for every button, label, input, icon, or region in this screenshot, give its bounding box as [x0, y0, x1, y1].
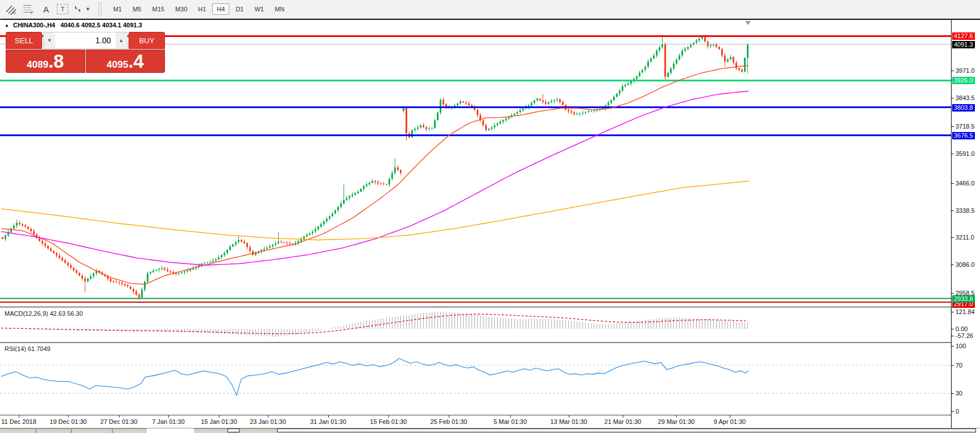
volume-spinner: ▼ 1.00 ▲ [43, 32, 127, 49]
price-axis-label: 0 [956, 408, 959, 415]
strip-divider [112, 428, 113, 433]
price-axis[interactable]: 4127.64091.33971.03926.03843.53803.83718… [951, 20, 980, 428]
price-badge: 4091.3 [952, 41, 975, 48]
axis-tick [952, 154, 954, 154]
axis-tick [952, 126, 954, 127]
collapse-arrow-icon[interactable]: ▲ [5, 23, 9, 28]
time-axis-label: 23 Jan 01:30 [250, 418, 286, 425]
timeframe-button-m30[interactable]: M30 [171, 3, 192, 15]
arrows-tool-icon[interactable]: ▼ [72, 2, 90, 16]
timeframe-button-mn[interactable]: MN [270, 3, 289, 15]
time-tick [19, 415, 19, 418]
timeframe-button-m15[interactable]: M15 [147, 3, 168, 15]
sell-tab[interactable]: SELL [6, 32, 42, 49]
axis-tick [952, 329, 954, 329]
price-axis-label: 3843.5 [956, 94, 975, 101]
sell-price-button[interactable]: 4089 .8 [6, 50, 85, 73]
price-axis-label: -57.26 [956, 332, 973, 339]
ma-slow [1, 181, 749, 240]
chart-shift-marker-icon [745, 21, 751, 25]
price-axis-label: 30 [956, 390, 962, 397]
time-axis-label: 27 Dec 01:30 [100, 418, 137, 425]
price-badge: 3803.8 [952, 104, 975, 112]
timeframe-button-h4[interactable]: H4 [212, 3, 229, 15]
price-axis-label: 70 [956, 362, 962, 369]
time-axis-label: 11 Dec 2018 [1, 418, 36, 425]
time-axis-label: 13 Mar 01:30 [551, 418, 588, 425]
rsi-chart [0, 343, 951, 415]
buy-price-frac: .4 [128, 51, 144, 72]
axis-tick [952, 346, 954, 347]
axis-tick [952, 336, 954, 336]
toolbar-separator [98, 2, 101, 16]
timeframe-button-w1[interactable]: W1 [250, 3, 268, 15]
time-tick [569, 415, 569, 418]
label-tool-icon[interactable]: T [57, 4, 68, 14]
background-windows-strip [0, 428, 980, 433]
channels-tool-icon[interactable]: E [4, 2, 18, 16]
time-tick [68, 415, 69, 418]
symbol-period-label: CHINA300-,H4 [13, 22, 55, 28]
time-axis-label: 9 Apr 01:30 [714, 418, 746, 425]
buy-tab[interactable]: BUY [129, 32, 165, 49]
sell-price-main: 4089 [27, 55, 48, 75]
time-tick [219, 415, 220, 418]
dropdown-caret-icon[interactable]: ▼ [85, 6, 90, 12]
time-axis-label: 7 Jan 01:30 [152, 418, 185, 425]
price-axis-label: 100 [956, 343, 966, 349]
axis-tick [952, 98, 954, 98]
timeframe-button-m5[interactable]: M5 [128, 3, 146, 15]
price-badge: 2933.8 [952, 295, 975, 303]
background-window-edge[interactable] [277, 428, 976, 432]
macd-label: MACD(12,26,9) 42.63 56.30 [5, 310, 83, 317]
volume-up-button[interactable]: ▲ [115, 32, 127, 48]
toolbar: E F A T ▼ M1M5M15M30H1H4D1W1MN [0, 0, 980, 19]
price-axis-label: 3211.0 [956, 234, 974, 241]
time-tick [119, 415, 119, 418]
background-window-edge[interactable] [0, 428, 147, 433]
macd-chart [0, 308, 951, 342]
volume-value[interactable]: 1.00 [55, 36, 115, 45]
svg-text:F: F [31, 10, 34, 15]
volume-down-button[interactable]: ▼ [44, 32, 55, 48]
price-axis-label: 3338.5 [956, 207, 975, 214]
axis-tick [952, 211, 954, 211]
ma-fast [1, 65, 749, 284]
time-tick [676, 415, 677, 418]
timeframe-group: M1M5M15M30H1H4D1W1MN [107, 3, 289, 15]
fibonacci-tool-icon[interactable]: F [22, 2, 35, 16]
svg-text:E: E [13, 10, 16, 15]
axis-tick [952, 365, 954, 366]
time-axis-label: 29 Mar 01:30 [658, 418, 695, 425]
axis-tick [952, 393, 954, 394]
rsi-pane[interactable] [0, 343, 951, 415]
background-window-edge[interactable] [228, 428, 239, 432]
time-axis-label: 15 Jan 01:30 [201, 418, 237, 425]
time-axis-label: 21 Mar 01:30 [605, 418, 642, 425]
rsi-label: RSI(14) 61.7049 [5, 345, 51, 352]
text-tool-icon[interactable]: A [39, 2, 53, 16]
buy-price-button[interactable]: 4095 .4 [86, 50, 166, 73]
timeframe-button-d1[interactable]: D1 [231, 3, 248, 15]
axis-tick [952, 411, 954, 412]
time-axis[interactable]: 11 Dec 201819 Dec 01:3027 Dec 01:307 Jan… [0, 415, 951, 428]
price-axis-label: 3466.0 [956, 180, 975, 187]
price-axis-label: 121.84 [956, 308, 975, 315]
chart-title: ▲ CHINA300-,H4 4040.6 4092.5 4034.1 4091… [5, 22, 142, 28]
axis-tick [952, 293, 954, 294]
time-tick [168, 415, 169, 418]
time-axis-label: 19 Dec 01:30 [49, 418, 86, 425]
axis-tick [952, 265, 954, 265]
macd-pane[interactable] [0, 308, 951, 342]
rsi-line [1, 358, 749, 395]
price-axis-label: 3591.0 [956, 150, 975, 157]
axis-tick [952, 183, 954, 184]
time-axis-label: 25 Feb 01:30 [431, 418, 468, 425]
price-badge: 4127.6 [952, 32, 975, 40]
price-axis-label: 0.00 [956, 325, 967, 332]
strip-divider [36, 428, 36, 433]
time-axis-label: 5 Mar 01:30 [494, 418, 527, 425]
timeframe-button-h1[interactable]: H1 [193, 3, 210, 15]
timeframe-button-m1[interactable]: M1 [109, 3, 126, 15]
buy-price-main: 4095 [107, 55, 129, 75]
